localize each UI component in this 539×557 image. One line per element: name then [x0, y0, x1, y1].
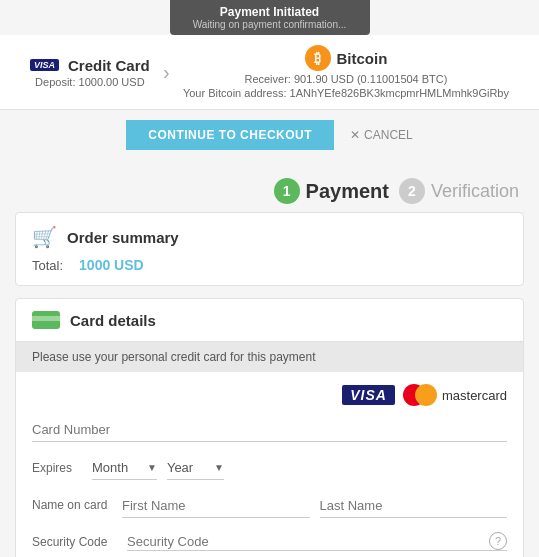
- order-summary-section: 🛒 Order summary Total: 1000 USD: [15, 212, 524, 286]
- card-logos: VISA mastercard: [32, 384, 507, 406]
- verification-step-label: Verification: [431, 181, 519, 202]
- order-summary-title: Order summary: [67, 229, 179, 246]
- card-details-header: Card details: [16, 299, 523, 342]
- year-arrow-icon: ▼: [214, 462, 224, 473]
- checkout-button[interactable]: CONTINUE TO CHECKOUT: [126, 120, 334, 150]
- verification-step-circle: 2: [399, 178, 425, 204]
- payment-step-label: Payment: [306, 180, 389, 203]
- bitcoin-label: Bitcoin: [337, 50, 388, 67]
- help-icon[interactable]: ?: [489, 532, 507, 550]
- visa-icon-small: VISA: [30, 59, 59, 71]
- step-bitcoin: ₿ Bitcoin Receiver: 901.90 USD (0.110015…: [183, 45, 509, 99]
- receiver-label: Receiver:: [244, 73, 290, 85]
- card-notice: Please use your personal credit card for…: [16, 342, 523, 372]
- cancel-button[interactable]: ✕ CANCEL: [350, 128, 413, 142]
- security-input-wrapper: ?: [127, 532, 507, 551]
- progress-step-verification: 2 Verification: [399, 178, 519, 204]
- notification-bar: Payment Initiated Waiting on payment con…: [170, 0, 370, 35]
- notification-title: Payment Initiated: [180, 5, 360, 19]
- card-number-field: [32, 418, 507, 442]
- action-bar: CONTINUE TO CHECKOUT ✕ CANCEL: [0, 110, 539, 160]
- last-name-field: [320, 494, 508, 518]
- mastercard-logo: mastercard: [403, 384, 507, 406]
- month-select[interactable]: Month010203040506070809101112: [92, 460, 143, 475]
- first-name-field: [122, 494, 310, 518]
- receiver-info: Receiver: 901.90 USD (0.11001504 BTC): [244, 73, 447, 85]
- name-on-card-label: Name on card: [32, 498, 112, 512]
- month-select-wrapper: Month010203040506070809101112 ▼: [92, 456, 157, 480]
- address-value: 1ANhYEfe826BK3kmcpmrHMLMmhk9GiRby: [290, 87, 509, 99]
- credit-card-label: Credit Card: [68, 57, 150, 74]
- security-code-input[interactable]: [127, 534, 483, 549]
- steps-bar: VISA Credit Card Deposit: 1000.00 USD › …: [0, 35, 539, 110]
- security-row: Security Code ?: [32, 532, 507, 551]
- bitcoin-address-info: Your Bitcoin address: 1ANhYEfe826BK3kmcp…: [183, 87, 509, 99]
- cancel-label: CANCEL: [364, 128, 413, 142]
- card-form: VISA mastercard Expires Month01020304050…: [16, 372, 523, 557]
- first-name-input[interactable]: [122, 494, 310, 518]
- payment-step-circle: 1: [274, 178, 300, 204]
- address-label: Your Bitcoin address:: [183, 87, 287, 99]
- cancel-x-icon: ✕: [350, 128, 360, 142]
- card-details-title: Card details: [70, 312, 156, 329]
- arrow-icon: ›: [163, 61, 170, 84]
- notification-subtitle: Waiting on payment confirmation...: [180, 19, 360, 30]
- progress-steps: 1 Payment 2 Verification: [0, 160, 539, 212]
- card-icon: [32, 311, 60, 329]
- card-details-section: Card details Please use your personal cr…: [15, 298, 524, 557]
- main-content: 🛒 Order summary Total: 1000 USD Card det…: [0, 212, 539, 557]
- receiver-value: 901.90 USD (0.11001504 BTC): [294, 73, 447, 85]
- expires-row: Expires Month010203040506070809101112 ▼ …: [32, 456, 507, 480]
- mc-circle-orange: [415, 384, 437, 406]
- cart-icon: 🛒: [32, 225, 57, 249]
- deposit-value: 1000.00 USD: [79, 76, 145, 88]
- bitcoin-circle-icon: ₿: [305, 45, 331, 71]
- order-summary-header: 🛒 Order summary: [32, 225, 507, 249]
- step-credit-card: VISA Credit Card Deposit: 1000.00 USD: [30, 57, 150, 88]
- expires-label: Expires: [32, 461, 82, 475]
- mc-text: mastercard: [442, 388, 507, 403]
- progress-step-payment: 1 Payment: [274, 178, 389, 204]
- bitcoin-step-icon: ₿ Bitcoin: [305, 45, 388, 71]
- total-label: Total:: [32, 258, 63, 273]
- month-arrow-icon: ▼: [147, 462, 157, 473]
- visa-logo: VISA: [342, 385, 395, 405]
- credit-card-step-icon: VISA Credit Card: [30, 57, 150, 74]
- last-name-input[interactable]: [320, 494, 508, 518]
- total-row: Total: 1000 USD: [32, 257, 507, 273]
- deposit-info: Deposit: 1000.00 USD: [35, 76, 144, 88]
- year-select[interactable]: Year2024202520262027202820292030: [167, 460, 210, 475]
- total-value: 1000 USD: [79, 257, 144, 273]
- card-number-input[interactable]: [32, 418, 507, 442]
- deposit-label: Deposit:: [35, 76, 75, 88]
- year-select-wrapper: Year2024202520262027202820292030 ▼: [167, 456, 224, 480]
- security-code-label: Security Code: [32, 535, 117, 549]
